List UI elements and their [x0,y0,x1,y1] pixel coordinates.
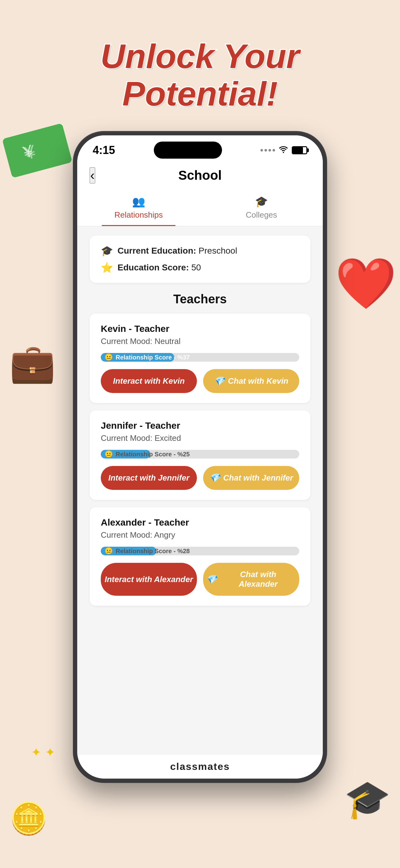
diamond-icon-2: 💎 [206,574,217,585]
teacher-name-2: Alexander - Teacher [101,517,299,528]
progress-label-1: Relationship Score - %25 [116,451,190,458]
status-bar: 4:15 [77,135,323,162]
progress-container-2: 😐 Relationship Score - %28 [101,547,299,555]
colleges-icon: 🎓 [255,195,268,208]
progress-emoji-0: 😐 [104,353,113,361]
score-row: ⭐ Education Score: 50 [101,262,299,274]
phone-frame: 4:15 [73,131,327,783]
back-button[interactable]: ‹ [90,167,95,183]
score-text: Education Score: 50 [118,262,201,273]
teacher-mood-0: Current Mood: Neutral [101,337,299,346]
progress-label-2: Relationship Score - %28 [116,548,190,555]
status-icons [261,145,307,155]
teacher-card-0: Kevin - Teacher Current Mood: Neutral 😐 … [90,314,310,403]
progress-bar-0: 😐 Relationship Score - %37 [101,353,299,362]
relationships-icon: 👥 [132,195,145,208]
info-card: 🎓 Current Education: Preschool ⭐ Educati… [90,236,310,283]
diamond-icon-1: 💎 [209,473,220,483]
teacher-card-2: Alexander - Teacher Current Mood: Angry … [90,507,310,606]
btn-row-0: Interact with Kevin 💎 Chat with Kevin [101,369,299,393]
score-star-icon: ⭐ [101,262,113,274]
progress-container-1: 😐 Relationship Score - %25 [101,450,299,459]
interact-button-0[interactable]: Interact with Kevin [101,369,197,393]
teachers-list: Kevin - Teacher Current Mood: Neutral 😐 … [90,314,310,606]
btn-row-1: Interact with Jennifer 💎 Chat with Jenni… [101,466,299,490]
teacher-name-0: Kevin - Teacher [101,323,299,334]
status-notch [154,142,222,159]
diamond-icon-0: 💎 [214,376,225,386]
progress-container-0: 😐 Relationship Score - %37 [101,353,299,362]
tabs-container: 👥 Relationships 🎓 Colleges [77,189,323,226]
nav-header: ‹ School [77,162,323,189]
progress-bar-2: 😐 Relationship Score - %28 [101,547,299,555]
chat-button-0[interactable]: 💎 Chat with Kevin [203,369,299,393]
watermark: classmates [77,754,323,779]
chat-button-2[interactable]: 💎 Chat with Alexander [203,563,299,596]
bg-stars-decoration: ✦ ✦ [31,745,56,760]
bg-briefcase-decoration: 💼 [9,341,56,385]
teacher-mood-1: Current Mood: Excited [101,433,299,443]
teachers-heading: Teachers [90,292,310,306]
status-time: 4:15 [93,144,115,157]
screen-title: School [178,168,222,183]
tab-colleges[interactable]: 🎓 Colleges [200,189,323,226]
education-text: Current Education: Preschool [118,246,237,256]
education-icon: 🎓 [101,245,113,257]
bg-coins-decoration: 🪙 [9,800,48,837]
phone-screen: 4:15 [77,135,323,779]
bg-mortarboard-decoration: 🎓 [344,778,391,822]
chat-button-1[interactable]: 💎 Chat with Jennifer [203,466,299,490]
teacher-name-1: Jennifer - Teacher [101,420,299,431]
wifi-icon [279,145,288,155]
tab-relationships[interactable]: 👥 Relationships [77,189,200,226]
signal-dots [261,149,275,152]
progress-bar-1: 😐 Relationship Score - %25 [101,450,299,459]
tab-colleges-label: Colleges [245,210,277,220]
progress-emoji-2: 😐 [104,547,113,555]
teacher-mood-2: Current Mood: Angry [101,530,299,540]
progress-emoji-1: 😐 [104,450,113,458]
bg-heart-decoration: ❤️ [335,254,397,313]
screen-content[interactable]: 🎓 Current Education: Preschool ⭐ Educati… [77,226,323,754]
interact-button-1[interactable]: Interact with Jennifer [101,466,197,490]
btn-row-2: Interact with Alexander 💎 Chat with Alex… [101,563,299,596]
education-row: 🎓 Current Education: Preschool [101,245,299,257]
phone-mockup: 4:15 [73,131,327,783]
progress-label-0: Relationship Score - %37 [116,354,190,361]
interact-button-2[interactable]: Interact with Alexander [101,563,197,596]
battery-icon [292,146,307,154]
tab-relationships-label: Relationships [114,210,163,220]
teacher-card-1: Jennifer - Teacher Current Mood: Excited… [90,410,310,500]
bg-money-decoration: ¥ [2,123,72,178]
page-title: Unlock Your Potential! [100,37,300,113]
